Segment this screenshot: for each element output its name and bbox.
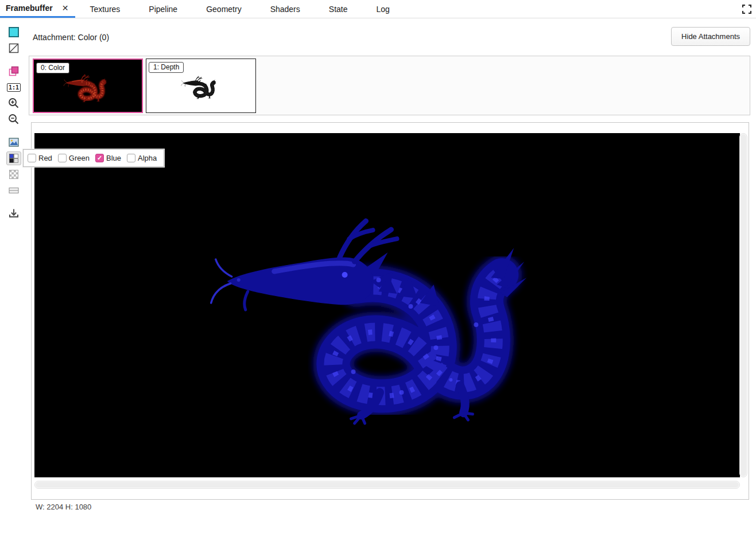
hide-attachments-button[interactable]: Hide Attachments <box>671 27 750 46</box>
left-toolbar: 1:1 <box>6 25 22 223</box>
attachment-thumbnail-depth[interactable]: 1: Depth <box>146 59 256 113</box>
checkerboard-icon[interactable] <box>6 168 21 181</box>
channel-red-label: Red <box>38 154 52 162</box>
channels-icon[interactable] <box>6 151 21 165</box>
framebuffer-render <box>34 133 740 477</box>
background-diagonal-icon[interactable] <box>6 41 21 55</box>
vertical-scrollbar[interactable] <box>739 133 747 477</box>
fullscreen-icon[interactable] <box>742 4 752 14</box>
tab-log[interactable]: Log <box>362 0 404 18</box>
fit-image-icon[interactable] <box>6 135 21 149</box>
attachment-label-chip: 1: Depth <box>149 62 184 73</box>
attachment-label-chip: 0: Color <box>36 63 69 73</box>
color-swatch-icon[interactable] <box>6 25 21 39</box>
channel-red-checkbox[interactable]: Red <box>28 154 52 162</box>
horizontal-scrollbar-thumb[interactable] <box>36 482 739 488</box>
attachment-header-label: Attachment: Color (0) <box>33 33 109 42</box>
range-icon[interactable] <box>6 184 21 197</box>
tab-pipeline[interactable]: Pipeline <box>134 0 192 18</box>
close-tab-icon[interactable]: ✕ <box>62 4 69 12</box>
tab-framebuffer-label: Framebuffer <box>6 3 53 13</box>
zoom-in-icon[interactable] <box>6 96 21 110</box>
image-size-status: W: 2204 H: 1080 <box>36 503 91 511</box>
tab-state[interactable]: State <box>315 0 362 18</box>
framebuffer-viewport <box>31 122 749 500</box>
channel-blue-label: Blue <box>106 154 121 162</box>
checkbox[interactable] <box>95 154 104 162</box>
horizontal-scrollbar[interactable] <box>34 481 740 489</box>
one-to-one-label: 1:1 <box>7 83 21 92</box>
tab-textures[interactable]: Textures <box>75 0 134 18</box>
checkbox[interactable] <box>127 154 135 162</box>
checkbox[interactable] <box>58 154 67 162</box>
flip-image-icon[interactable] <box>6 64 21 78</box>
save-image-icon[interactable] <box>6 207 21 220</box>
checkbox[interactable] <box>28 154 36 162</box>
attachments-panel: 0: Color 1: Depth <box>29 56 750 115</box>
tab-geometry[interactable]: Geometry <box>192 0 255 18</box>
tab-shaders[interactable]: Shaders <box>256 0 315 18</box>
channel-alpha-label: Alpha <box>138 154 157 162</box>
zoom-out-icon[interactable] <box>6 112 21 126</box>
channel-blue-checkbox[interactable]: Blue <box>95 154 121 162</box>
channel-alpha-checkbox[interactable]: Alpha <box>127 154 157 162</box>
framebuffer-image-canvas[interactable] <box>34 133 740 477</box>
vertical-scrollbar-thumb[interactable] <box>741 134 746 476</box>
one-to-one-icon[interactable]: 1:1 <box>6 80 21 94</box>
tab-bar: Framebuffer ✕ Textures Pipeline Geometry… <box>0 0 756 18</box>
channel-green-checkbox[interactable]: Green <box>58 154 90 162</box>
attachment-thumbnail-color[interactable]: 0: Color <box>33 59 143 113</box>
channel-green-label: Green <box>69 154 90 162</box>
tab-framebuffer[interactable]: Framebuffer ✕ <box>0 0 75 18</box>
channel-selector: Red Green Blue Alpha <box>23 149 164 167</box>
